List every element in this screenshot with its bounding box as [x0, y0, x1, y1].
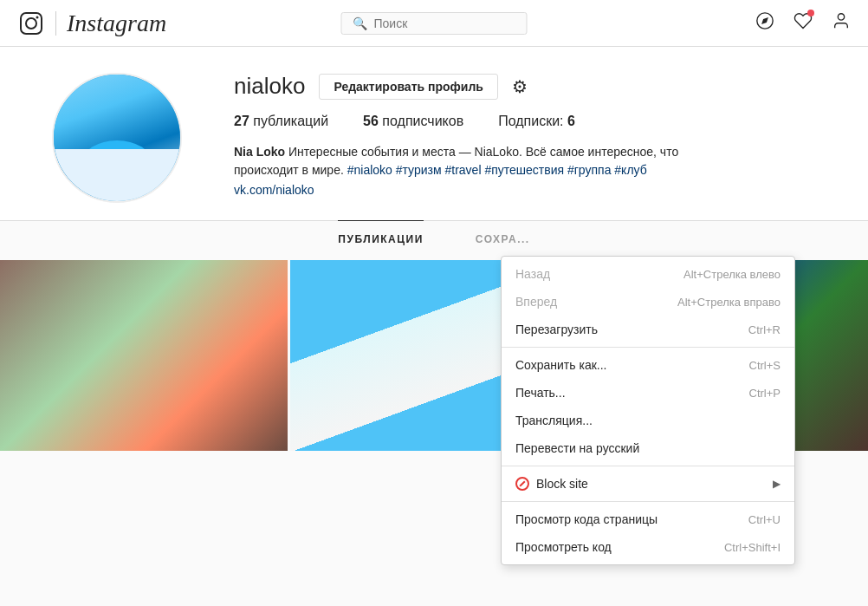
menu-save-as-shortcut: Ctrl+S [749, 359, 781, 372]
menu-forward[interactable]: Вперед Alt+Стрелка вправо [502, 288, 794, 316]
menu-back-label: Назад [515, 267, 670, 281]
tab-publications[interactable]: ПУБЛИКАЦИИ [338, 220, 423, 257]
profile-bio: Nia Loko Интересные события и места — Ni… [234, 143, 710, 179]
menu-reload-label: Перезагрузить [515, 323, 735, 336]
svg-rect-0 [21, 13, 42, 34]
menu-view-source-shortcut: Ctrl+U [748, 513, 781, 526]
profile-stats: 27 публикаций 56 подписчиков Подписки: 6 [234, 114, 833, 129]
username: nialoko [234, 73, 305, 100]
menu-block-site-label: Block site [536, 477, 766, 491]
menu-cast[interactable]: Трансляция... [502, 407, 794, 434]
menu-print[interactable]: Печать... Ctrl+P [502, 379, 794, 407]
menu-print-shortcut: Ctrl+P [749, 387, 781, 400]
bio-text: Интересные события и места — NiaLoko. Вс… [234, 145, 678, 177]
menu-view-source-label: Просмотр кода страницы [515, 512, 735, 526]
header-actions [755, 11, 851, 36]
logo-divider [55, 11, 56, 36]
avatar-image [54, 75, 180, 201]
notification-dot [807, 10, 814, 16]
menu-back-shortcut: Alt+Стрелка влево [683, 268, 781, 281]
context-menu: Назад Alt+Стрелка влево Вперед Alt+Стрел… [501, 256, 795, 565]
menu-divider-2 [502, 466, 794, 466]
menu-inspect-shortcut: Ctrl+Shift+I [724, 541, 781, 554]
block-site-arrow-icon: ▶ [773, 478, 781, 490]
photo-cell-1[interactable] [0, 260, 288, 451]
menu-cast-label: Трансляция... [515, 414, 781, 427]
bio-name: Nia Loko [234, 145, 285, 159]
explore-icon[interactable] [755, 11, 774, 36]
followers-stat: 56 подписчиков [363, 114, 463, 129]
profile-tabs: ПУБЛИКАЦИИ СОХРА... [0, 220, 868, 257]
svg-point-2 [36, 16, 39, 18]
profile-link[interactable]: vk.com/nialoko [234, 183, 833, 197]
menu-back[interactable]: Назад Alt+Стрелка влево [502, 260, 794, 288]
menu-translate[interactable]: Перевести на русский [502, 434, 794, 462]
menu-print-label: Печать... [515, 386, 735, 400]
search-input[interactable] [374, 16, 516, 30]
search-box[interactable]: 🔍 [341, 12, 528, 35]
svg-point-5 [838, 13, 844, 19]
profile-top-row: nialoko Редактировать профиль ⚙ [234, 73, 833, 100]
instagram-camera-icon [17, 10, 45, 37]
avatar [52, 73, 182, 203]
following-stat: Подписки: 6 [498, 114, 575, 129]
profile-info: nialoko Редактировать профиль ⚙ 27 публи… [234, 73, 833, 197]
menu-view-source[interactable]: Просмотр кода страницы Ctrl+U [502, 505, 794, 533]
menu-forward-shortcut: Alt+Стрелка вправо [677, 296, 781, 309]
search-icon: 🔍 [353, 16, 367, 30]
menu-save-as-label: Сохранить как... [515, 358, 735, 372]
block-site-icon [515, 477, 529, 491]
menu-forward-label: Вперед [515, 295, 664, 309]
menu-save-as[interactable]: Сохранить как... Ctrl+S [502, 351, 794, 379]
header: Instagram 🔍 [0, 0, 868, 47]
menu-divider-3 [502, 501, 794, 502]
menu-reload[interactable]: Перезагрузить Ctrl+R [502, 316, 794, 343]
tab-saved[interactable]: СОХРА... [476, 220, 530, 257]
settings-icon[interactable]: ⚙ [512, 76, 528, 97]
menu-inspect-label: Просмотреть код [515, 540, 710, 554]
profile-icon[interactable] [832, 11, 851, 36]
svg-marker-4 [761, 17, 768, 24]
instagram-wordmark: Instagram [67, 10, 166, 37]
posts-stat: 27 публикаций [234, 114, 328, 129]
menu-divider-1 [502, 347, 794, 348]
search-bar: 🔍 [341, 12, 528, 35]
menu-inspect[interactable]: Просмотреть код Ctrl+Shift+I [502, 533, 794, 561]
svg-point-1 [26, 18, 36, 29]
menu-block-site[interactable]: Block site ▶ [502, 470, 794, 498]
menu-reload-shortcut: Ctrl+R [748, 323, 781, 336]
edit-profile-button[interactable]: Редактировать профиль [319, 74, 498, 100]
menu-translate-label: Перевести на русский [515, 441, 781, 455]
profile-section: nialoko Редактировать профиль ⚙ 27 публи… [0, 47, 868, 220]
logo: Instagram [17, 10, 166, 37]
activity-icon[interactable] [794, 11, 813, 36]
